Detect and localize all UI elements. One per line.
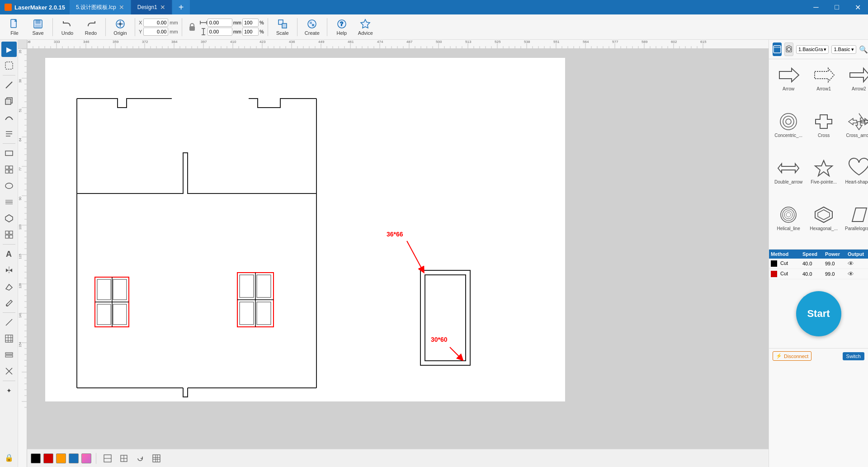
shape-hexagonal[interactable]: Hexagonal_...: [808, 203, 840, 245]
lines-tool[interactable]: [1, 194, 17, 210]
color-red[interactable]: [43, 453, 53, 463]
help-button[interactable]: ? Help: [331, 17, 353, 38]
bt-align-btn[interactable]: [101, 452, 114, 465]
align-tool[interactable]: [1, 126, 17, 142]
layer-0-output[interactable]: 👁: [846, 259, 864, 269]
shape-cross[interactable]: Cross: [808, 109, 840, 152]
special-tool[interactable]: ✦: [1, 383, 17, 398]
svg-rect-3: [35, 25, 41, 28]
layers-btn[interactable]: [1, 347, 17, 363]
eye-icon-1[interactable]: 👁: [848, 270, 854, 278]
create-button[interactable]: Create: [301, 17, 323, 38]
lock-tool[interactable]: 🔒: [1, 450, 17, 465]
layer-row-1[interactable]: Cut 40.0 99.0 👁: [769, 269, 868, 279]
canvas-area[interactable]: 36*66 30*60: [18, 40, 769, 467]
width-input[interactable]: [208, 19, 232, 27]
disconnect-button[interactable]: ⚡ Disconnect: [773, 351, 811, 361]
svg-marker-114: [818, 210, 830, 220]
canvas-tab-button[interactable]: [773, 42, 782, 56]
svg-rect-92: [774, 46, 781, 53]
color-blue[interactable]: [69, 453, 79, 463]
add-tab-button[interactable]: +: [172, 0, 191, 14]
copy-layer-tool[interactable]: [1, 94, 17, 109]
lt-sep-5: [3, 381, 15, 381]
advice-button[interactable]: Advice: [354, 17, 377, 38]
shape-heart[interactable]: Heart-shaped: [843, 156, 868, 199]
subcategory-dropdown[interactable]: 1.Basic ▾: [831, 45, 856, 54]
bt-rotate-btn[interactable]: [133, 452, 147, 465]
lock-ratio-button[interactable]: [186, 18, 198, 36]
svg-marker-95: [779, 68, 799, 82]
subcategory-dropdown-label: 1.Basic: [834, 47, 850, 52]
color-gradient[interactable]: [81, 453, 91, 463]
layer-table: Method Speed Power Output Cut 40.0 99.0 …: [769, 249, 868, 279]
bt-grid-btn[interactable]: [150, 452, 163, 465]
scale-button[interactable]: Scale: [272, 17, 293, 38]
shape-arrow[interactable]: Arrow: [773, 63, 804, 106]
undo-button[interactable]: Undo: [57, 17, 78, 38]
redo-button[interactable]: Redo: [80, 17, 102, 38]
tab-1-close[interactable]: ✕: [160, 4, 165, 11]
origin-button[interactable]: Origin: [109, 17, 131, 38]
eye-icon-0[interactable]: 👁: [848, 260, 854, 267]
camera-tab-button[interactable]: [784, 42, 793, 56]
main-area: ▶: [0, 40, 868, 467]
shape-parallelogram[interactable]: Parallelogram: [843, 203, 868, 245]
close-button[interactable]: ✕: [847, 0, 868, 14]
table-tool[interactable]: [1, 331, 17, 346]
minimize-button[interactable]: ─: [806, 0, 826, 14]
shape-cross-arrow[interactable]: Cross_arrow: [843, 109, 868, 152]
eraser-tool[interactable]: [1, 279, 17, 294]
height-pct-input[interactable]: [242, 28, 259, 36]
search-button[interactable]: 🔍: [859, 45, 868, 54]
color-orange[interactable]: [56, 453, 66, 463]
file-button[interactable]: File: [4, 17, 25, 38]
height-input[interactable]: [208, 28, 232, 36]
svg-rect-91: [153, 455, 160, 462]
tab-0-label: 5.设计图模板.lcp: [76, 4, 116, 11]
save-label: Save: [32, 30, 43, 36]
save-button[interactable]: Save: [27, 17, 49, 38]
text-tool[interactable]: A: [1, 246, 17, 262]
shape-helical[interactable]: Helical_line: [773, 203, 804, 245]
layer-1-color: [771, 271, 777, 277]
maximize-button[interactable]: □: [826, 0, 847, 14]
layer-1-output[interactable]: 👁: [846, 269, 864, 279]
cut-path-tool[interactable]: [1, 363, 17, 379]
design-canvas[interactable]: 36*66 30*60: [27, 49, 769, 449]
dotgrid-tool[interactable]: [1, 227, 17, 242]
line-tool[interactable]: [1, 77, 17, 93]
width-pct-input[interactable]: [242, 19, 259, 27]
layer-row-0[interactable]: Cut 40.0 99.0 👁: [769, 259, 868, 269]
x-input[interactable]: [143, 19, 168, 27]
shape-five-pointed[interactable]: Five-pointe...: [808, 156, 840, 199]
layer-1-power: 99.0: [823, 270, 846, 278]
ellipse-tool[interactable]: [1, 178, 17, 193]
ruler-tool[interactable]: [1, 315, 17, 330]
start-button[interactable]: Start: [796, 291, 841, 336]
rect-tool[interactable]: [1, 146, 17, 161]
switch-button[interactable]: Switch: [843, 352, 864, 360]
shape-concentric[interactable]: Concentric_...: [773, 109, 804, 152]
mirror-tool[interactable]: [1, 263, 17, 278]
svg-marker-44: [6, 269, 9, 272]
select-tool[interactable]: ▶: [1, 42, 17, 57]
y-input[interactable]: [143, 28, 168, 36]
color-black[interactable]: [31, 453, 41, 463]
lasso-tool[interactable]: [1, 58, 17, 73]
svg-line-23: [6, 82, 12, 88]
curve-tool[interactable]: [1, 110, 17, 125]
svg-point-100: [783, 116, 794, 127]
tab-0-close[interactable]: ✕: [119, 4, 124, 11]
bt-scale-btn[interactable]: [117, 452, 131, 465]
polygon-tool[interactable]: [1, 211, 17, 226]
shape-arrow1[interactable]: Arrow1: [808, 63, 840, 106]
category-dropdown[interactable]: 1.BasicGra ▾: [796, 45, 829, 54]
grid-tool[interactable]: [1, 162, 17, 177]
edit-tool[interactable]: [1, 295, 17, 311]
tab-0[interactable]: 5.设计图模板.lcp ✕: [70, 0, 131, 14]
shape-arrow2[interactable]: Arrow2: [843, 63, 868, 106]
tab-1[interactable]: Design1 ✕: [131, 0, 172, 14]
shape-double-arrow[interactable]: Double_arrow: [773, 156, 804, 199]
power-header: Power: [823, 250, 846, 259]
